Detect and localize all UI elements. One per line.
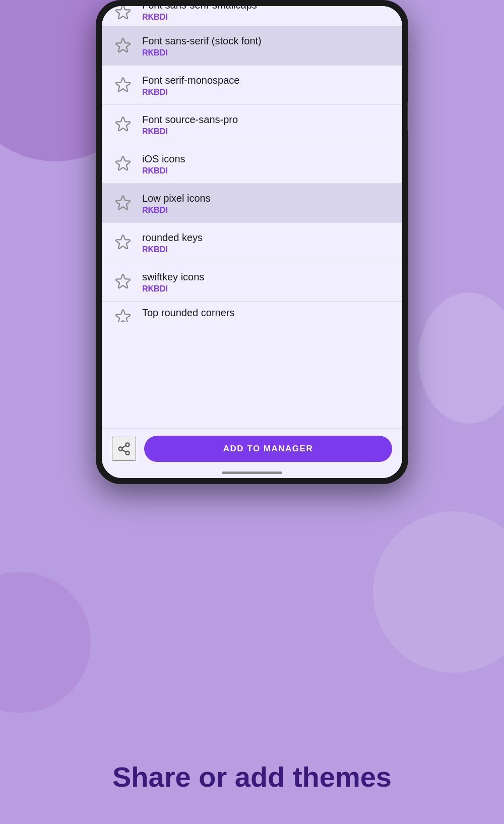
phone-screen: Font sans-serif-smallcaps RKBDI Font san… <box>102 6 402 478</box>
share-icon <box>117 442 131 456</box>
bg-blob-center-right <box>418 292 504 424</box>
item-subtitle: RKBDI <box>142 206 211 215</box>
list-item[interactable]: Font serif-monospace RKBDI <box>102 66 402 105</box>
home-indicator <box>222 472 282 474</box>
item-text: Font sans-serif (stock font) RKBDI <box>142 34 262 57</box>
item-name: Top rounded corners <box>142 306 234 319</box>
item-name: Font sans-serif-smallcaps <box>142 6 257 12</box>
item-subtitle: RKBDI <box>142 166 185 175</box>
item-subtitle: RKBDI <box>142 13 257 22</box>
star-icon <box>114 76 132 94</box>
phone-wrapper: Font sans-serif-smallcaps RKBDI Font san… <box>96 0 408 494</box>
phone-side-button <box>407 101 408 131</box>
add-to-manager-button[interactable]: ADD TO MANAGER <box>144 436 392 462</box>
list-item[interactable]: rounded keys RKBDI <box>102 223 402 262</box>
svg-point-1 <box>119 447 122 451</box>
item-name: Low pixel icons <box>142 192 211 205</box>
item-text: Top rounded corners <box>142 306 234 319</box>
item-subtitle: RKBDI <box>142 245 203 254</box>
item-name: swiftkey icons <box>142 270 204 283</box>
list-item[interactable]: iOS icons RKBDI <box>102 144 402 184</box>
item-text: Font source-sans-pro RKBDI <box>142 113 238 136</box>
bg-blob-bottom-left <box>0 572 91 713</box>
list-item[interactable]: Font sans-serif-smallcaps RKBDI <box>102 6 402 26</box>
bg-blob-bottom-right <box>373 511 504 673</box>
item-text: Low pixel icons RKBDI <box>142 192 211 215</box>
svg-point-2 <box>126 451 130 455</box>
star-icon <box>114 6 132 22</box>
item-text: iOS icons RKBDI <box>142 152 185 175</box>
svg-line-4 <box>122 446 126 448</box>
bottom-bar: ADD TO MANAGER <box>102 428 402 478</box>
item-text: swiftkey icons RKBDI <box>142 270 204 293</box>
bottom-headline: Share or add themes <box>0 760 504 794</box>
item-name: rounded keys <box>142 231 203 244</box>
item-subtitle: RKBDI <box>142 284 204 293</box>
phone-frame: Font sans-serif-smallcaps RKBDI Font san… <box>96 0 408 484</box>
item-subtitle: RKBDI <box>142 127 238 136</box>
item-name: Font source-sans-pro <box>142 113 238 126</box>
list-item[interactable]: Font source-sans-pro RKBDI <box>102 105 402 144</box>
list-item[interactable]: Top rounded corners <box>102 302 402 322</box>
list-item[interactable]: Low pixel icons RKBDI <box>102 184 402 223</box>
bottom-section: Share or add themes <box>0 760 504 794</box>
item-text: Font sans-serif-smallcaps RKBDI <box>142 6 257 22</box>
item-name: Font serif-monospace <box>142 74 239 87</box>
item-text: rounded keys RKBDI <box>142 231 203 254</box>
item-subtitle: RKBDI <box>142 88 239 97</box>
svg-point-0 <box>126 443 130 446</box>
item-name: Font sans-serif (stock font) <box>142 34 262 47</box>
item-name: iOS icons <box>142 152 185 165</box>
list-item[interactable]: Font sans-serif (stock font) RKBDI <box>102 26 402 66</box>
star-icon <box>114 233 132 252</box>
item-text: Font serif-monospace RKBDI <box>142 74 239 97</box>
list-container: Font sans-serif-smallcaps RKBDI Font san… <box>102 6 402 478</box>
item-subtitle: RKBDI <box>142 48 262 57</box>
star-icon <box>114 155 132 173</box>
star-icon <box>114 194 132 212</box>
list-item[interactable]: swiftkey icons RKBDI <box>102 262 402 302</box>
share-button[interactable] <box>112 437 136 461</box>
star-icon <box>114 115 132 134</box>
star-icon <box>114 308 132 322</box>
star-icon <box>114 37 132 55</box>
svg-line-3 <box>122 450 126 452</box>
star-icon <box>114 273 132 291</box>
